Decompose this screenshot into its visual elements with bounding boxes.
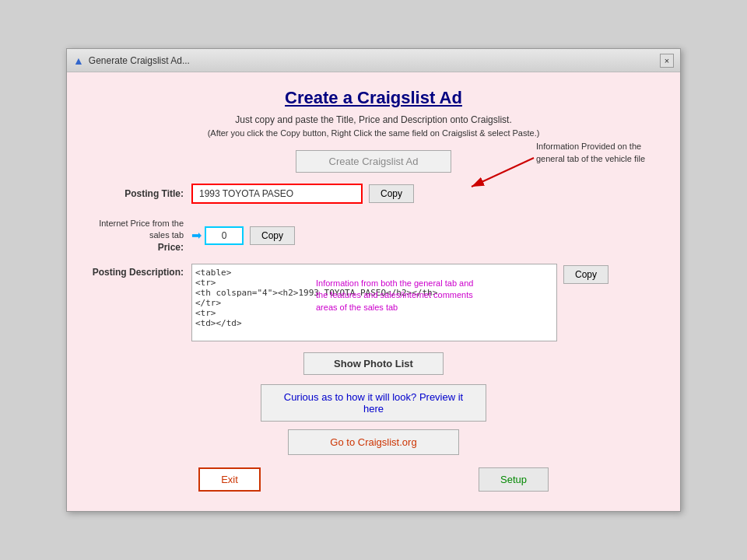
description-textarea[interactable]: <table> <tr> <th colspan="4"><h2>1993 TO… — [191, 264, 557, 341]
main-window: ▲ Generate Craigslist Ad... × Create a C… — [66, 48, 681, 512]
content-area: Create a Craigslist Ad Just copy and pas… — [67, 72, 680, 511]
window-title: Generate Craigslist Ad... — [89, 55, 190, 66]
description-label: Posting Description: — [90, 264, 184, 278]
posting-title-input[interactable] — [191, 184, 363, 204]
price-input[interactable] — [205, 226, 244, 245]
posting-title-row: Posting Title: Copy Information Provided… — [90, 184, 657, 204]
page-title: Create a Craigslist Ad — [90, 88, 657, 108]
show-photo-list-button[interactable]: Show Photo List — [303, 352, 444, 375]
bottom-row: Exit Setup — [90, 467, 657, 492]
preview-button[interactable]: Curious as to how it will look? Preview … — [261, 384, 486, 422]
arrow-svg — [464, 154, 542, 193]
svg-line-1 — [472, 158, 534, 187]
title-bar: ▲ Generate Craigslist Ad... × — [67, 49, 680, 72]
app-icon: ▲ — [73, 54, 84, 67]
title-bar-left: ▲ Generate Craigslist Ad... — [73, 54, 190, 67]
price-copy-button[interactable]: Copy — [250, 226, 295, 245]
craigslist-button[interactable]: Go to Craigslist.org — [288, 429, 459, 455]
subtitle2-text: (After you click the Copy button, Right … — [90, 128, 657, 138]
setup-button[interactable]: Setup — [479, 467, 549, 492]
description-copy-button[interactable]: Copy — [563, 265, 608, 284]
price-arrow-icon: ➡ — [191, 228, 202, 243]
description-row: Posting Description: <table> <tr> <th co… — [90, 264, 657, 341]
price-description: Internet Price from the sales tab — [90, 218, 184, 240]
price-row: Internet Price from the sales tab Price:… — [90, 218, 657, 253]
price-label: Price: — [90, 242, 184, 253]
info-annotation: Information Provided on the general tab … — [536, 141, 661, 165]
posting-title-copy-button[interactable]: Copy — [369, 184, 414, 203]
close-button[interactable]: × — [660, 54, 674, 68]
posting-title-label: Posting Title: — [90, 188, 184, 199]
create-ad-button[interactable]: Create Craigslist Ad — [296, 150, 451, 173]
exit-button[interactable]: Exit — [198, 467, 261, 492]
subtitle-text: Just copy and paste the Title, Price and… — [90, 114, 657, 125]
